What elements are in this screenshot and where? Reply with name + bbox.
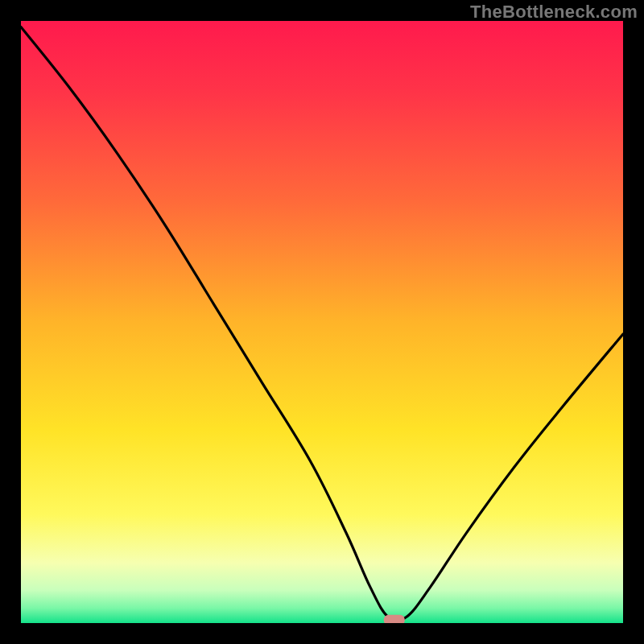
optimum-marker	[384, 615, 405, 623]
bottleneck-chart	[21, 21, 623, 623]
chart-frame: TheBottleneck.com	[0, 0, 644, 644]
gradient-background	[21, 21, 623, 623]
plot-area	[21, 21, 623, 623]
watermark-text: TheBottleneck.com	[470, 2, 638, 23]
